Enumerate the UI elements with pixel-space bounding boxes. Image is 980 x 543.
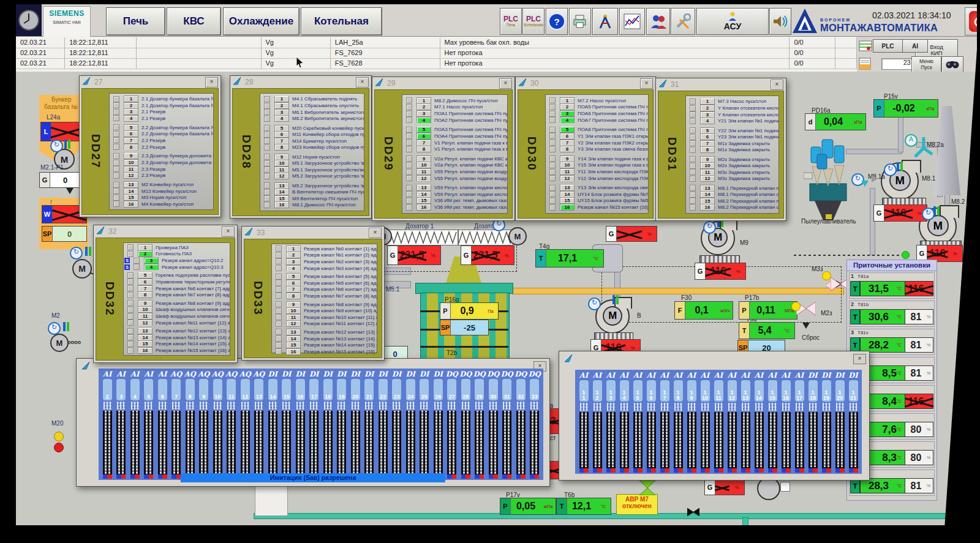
channel-number-button[interactable]: 2 xyxy=(274,102,289,109)
channel-number-button[interactable]: 7 xyxy=(124,137,138,144)
channel-number-button[interactable]: 1 xyxy=(417,97,431,104)
io-channel-AQ-11[interactable]: AQ11 xyxy=(225,370,238,479)
io-channel-AI-14[interactable]: AI114 xyxy=(753,371,766,473)
io-channel-AI-5[interactable]: AI5 xyxy=(142,370,156,479)
channel-number-button[interactable]: 12 xyxy=(124,172,138,179)
close-button[interactable]: × xyxy=(499,78,512,89)
io-channel-AI-12[interactable]: AI112 xyxy=(726,371,739,473)
checkbox[interactable] xyxy=(264,195,270,201)
channel-number-button[interactable]: 7 xyxy=(286,286,301,293)
window-titlebar[interactable]: 31× xyxy=(656,78,786,91)
checkbox[interactable] xyxy=(127,285,134,291)
checkbox[interactable] xyxy=(690,163,696,169)
channel-number-button[interactable]: 8 xyxy=(124,144,138,151)
checkbox[interactable] xyxy=(549,191,556,197)
checkbox[interactable] xyxy=(113,131,119,137)
channel-number-button[interactable]: 14 xyxy=(417,191,431,198)
channel-number-button[interactable]: 12 xyxy=(417,175,431,182)
channel-number-button[interactable]: 2 xyxy=(138,251,153,258)
channel-number-button[interactable]: 2 xyxy=(417,104,431,111)
checkbox[interactable] xyxy=(264,189,270,195)
io-channel-DQ-33[interactable]: DQ33 xyxy=(528,370,541,479)
checkbox[interactable] xyxy=(690,198,696,204)
io-channel-DI-19[interactable]: DI19 xyxy=(335,370,349,479)
checkbox[interactable] xyxy=(549,204,556,211)
io-channel-DQ-30[interactable]: DQ30 xyxy=(487,370,500,479)
channel-number-button[interactable]: 16 xyxy=(138,347,153,354)
channel-number-button[interactable]: 6 xyxy=(286,280,301,286)
channel-number-button[interactable]: 6 xyxy=(417,133,431,140)
channel-number-button[interactable]: 3 xyxy=(274,109,289,116)
io-channel-DI-20[interactable]: DI20 xyxy=(349,370,363,479)
io-channel-AQ-7[interactable]: AQ7 xyxy=(170,370,183,479)
checkbox[interactable] xyxy=(406,97,412,103)
checkbox[interactable] xyxy=(113,124,119,130)
io-channel-AI-6[interactable]: AI16 xyxy=(645,371,658,473)
plc-mini-button[interactable]: PLC xyxy=(873,39,903,53)
channel-number-button[interactable]: 7 xyxy=(700,140,715,147)
checkbox[interactable] xyxy=(549,97,556,103)
checkbox[interactable] xyxy=(113,195,119,201)
checkbox[interactable] xyxy=(276,274,282,280)
channel-number-button[interactable]: 11 xyxy=(417,168,431,175)
checkbox[interactable] xyxy=(276,348,282,354)
channel-number-button[interactable]: 11 xyxy=(124,166,138,173)
checkbox[interactable] xyxy=(127,341,134,347)
channel-number-button[interactable]: 15 xyxy=(560,198,575,204)
channel-number-button[interactable]: 7 xyxy=(417,140,431,146)
io-channel-DQ-31[interactable]: DQ31 xyxy=(500,370,514,479)
channel-number-button[interactable]: 9 xyxy=(274,154,289,160)
checkbox[interactable] xyxy=(690,134,696,140)
checkbox[interactable] xyxy=(113,109,119,115)
io-channel-AI-16[interactable]: AI116 xyxy=(780,371,793,473)
channel-number-button[interactable]: 9 xyxy=(124,153,138,160)
io-channel-DI-16[interactable]: DI16 xyxy=(294,370,307,479)
channel-number-button[interactable]: 3 xyxy=(560,110,575,117)
io-channel-DI-15[interactable]: DI15 xyxy=(280,370,293,479)
checkbox[interactable] xyxy=(113,102,119,108)
channel-number-button[interactable]: 3 xyxy=(417,110,431,117)
channel-number-button[interactable]: 15 xyxy=(417,198,431,204)
channel-number-button[interactable]: 5 xyxy=(560,127,575,133)
channel-number-button[interactable]: 7 xyxy=(138,285,153,292)
channel-number-button[interactable]: 4 xyxy=(560,117,575,124)
channel-number-button[interactable]: 6 xyxy=(700,133,715,140)
channel-number-button[interactable]: 13 xyxy=(700,185,715,192)
checkbox[interactable] xyxy=(113,201,119,207)
checkbox[interactable] xyxy=(276,252,282,258)
io-channel-AI-8[interactable]: AI18 xyxy=(672,371,685,473)
channel-number-button[interactable]: 3 xyxy=(286,258,301,265)
checkbox[interactable] xyxy=(690,176,696,182)
close-button[interactable]: × xyxy=(222,227,235,237)
io-channel-AQ-12[interactable]: AQ12 xyxy=(239,370,252,479)
sound-button[interactable] xyxy=(769,8,791,35)
io-channel-AI-9[interactable]: AI19 xyxy=(685,371,698,473)
channel-number-button[interactable]: 1 xyxy=(124,95,138,102)
channel-number-button[interactable]: 2 xyxy=(560,104,575,111)
checkbox[interactable] xyxy=(264,154,270,160)
channel-number-button[interactable]: 4 xyxy=(124,115,138,122)
channel-number-button[interactable]: 2 xyxy=(286,252,301,259)
channel-number-button[interactable]: 15 xyxy=(700,198,715,204)
channel-number-button[interactable]: 8 xyxy=(138,291,153,298)
checkbox[interactable] xyxy=(406,127,412,133)
checkbox[interactable] xyxy=(127,328,134,334)
checkbox[interactable] xyxy=(549,155,556,162)
checkbox[interactable] xyxy=(549,111,556,117)
channel-number-button[interactable]: 11 xyxy=(274,167,289,173)
channel-number-button[interactable]: 7 xyxy=(560,140,575,146)
checkbox[interactable] xyxy=(549,127,556,133)
channel-number-button[interactable]: 9 xyxy=(286,301,301,308)
compass-button[interactable] xyxy=(592,8,618,35)
io-channel-DQ-28[interactable]: DQ28 xyxy=(459,370,473,479)
channel-number-button[interactable]: 1 xyxy=(560,97,575,104)
io-channel-AI-2[interactable]: AI2 xyxy=(101,370,115,479)
channel-number-button[interactable]: 16 xyxy=(417,204,431,211)
channel-number-button[interactable]: 13 xyxy=(124,181,138,188)
channel-number-button[interactable]: 15 xyxy=(124,195,138,201)
channel-number-button[interactable]: 1 xyxy=(274,96,289,103)
close-button[interactable]: × xyxy=(205,77,218,88)
tab-КВС[interactable]: КВС xyxy=(167,7,221,36)
page-number-field[interactable]: 23 xyxy=(881,58,914,70)
menu-pusk-button[interactable]: Меню Пуск xyxy=(911,56,941,72)
